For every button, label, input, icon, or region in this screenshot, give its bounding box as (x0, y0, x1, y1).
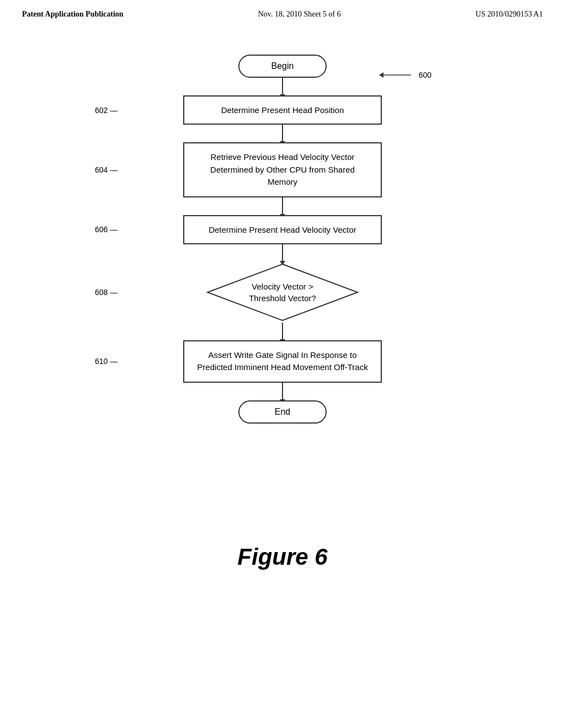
node-604-box: Retrieve Previous Head Velocity Vector D… (183, 142, 382, 197)
header-center: Nov. 18, 2010 Sheet 5 of 6 (258, 10, 341, 19)
label-606: 606 — (95, 225, 118, 234)
page-header: Patent Application Publication Nov. 18, … (0, 0, 565, 24)
arrow-4 (282, 244, 283, 262)
node-606-row: 606 — Determine Present Head Velocity Ve… (145, 215, 420, 244)
arrow-2 (282, 125, 283, 142)
arrow-3 (282, 197, 283, 215)
header-left: Patent Application Publication (22, 10, 124, 19)
flowchart: 600 Begin 602 — Determine Present Head P… (145, 55, 420, 424)
node-610-row: 610 — Assert Write Gate Signal In Respon… (145, 340, 420, 383)
node-608-text: Velocity Vector >Threshold Vector? (233, 281, 332, 304)
node-602-row: 602 — Determine Present Head Position (145, 95, 420, 125)
arrow-1 (282, 78, 283, 95)
label-600: 600 (419, 71, 431, 79)
arrow-5 (282, 323, 283, 340)
node-610-box: Assert Write Gate Signal In Response to … (183, 340, 382, 383)
begin-row: Begin (145, 55, 420, 78)
label-602: 602 — (95, 106, 118, 115)
node-606-box: Determine Present Head Velocity Vector (183, 215, 382, 244)
node-608-diamond: Velocity Vector >Threshold Vector? (205, 262, 360, 323)
node-602-box: Determine Present Head Position (183, 95, 382, 125)
arrow-6 (282, 383, 283, 400)
header-right: US 2010/0290153 A1 (476, 10, 543, 19)
node-608-row: 608 — Velocity Vector >Threshold Vector? (145, 262, 420, 323)
diagram-area: 600 Begin 602 — Determine Present Head P… (0, 24, 565, 603)
end-shape: End (238, 400, 327, 424)
end-row: End (145, 400, 420, 424)
label-608: 608 — (95, 288, 118, 297)
label-610: 610 — (95, 357, 118, 366)
node-604-row: 604 — Retrieve Previous Head Velocity Ve… (145, 142, 420, 197)
label-604: 604 — (95, 165, 118, 174)
figure-caption: Figure 6 (237, 544, 327, 570)
begin-shape: Begin (238, 55, 327, 78)
